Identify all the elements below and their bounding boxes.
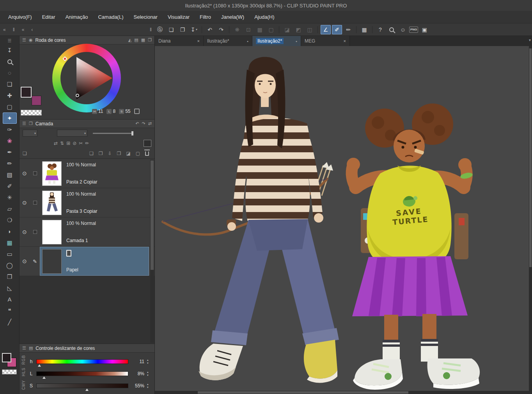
new-file-button[interactable]: ❏ <box>166 25 176 34</box>
vertical-scroll-thumb[interactable] <box>529 48 532 267</box>
dock-handle-right-icon[interactable]: ‖ <box>150 27 152 32</box>
slider-marker-s[interactable] <box>85 389 89 391</box>
frame-tool[interactable]: ▭ <box>3 248 17 260</box>
layer-select-checkbox[interactable] <box>33 230 37 234</box>
tab-overflow-icon[interactable]: ▾ <box>529 38 531 42</box>
menu-item-selecionar[interactable]: Selecionar <box>129 11 163 23</box>
fill-tool[interactable]: ◗ <box>3 226 17 237</box>
slider-panel-menu-icon[interactable]: ☰ <box>22 346 26 350</box>
transfer-down-icon[interactable]: ❐ <box>117 151 121 156</box>
layer-thumbnail[interactable] <box>42 191 62 215</box>
pencil-tool[interactable]: ✏ <box>3 158 17 169</box>
subtool-dock-tool[interactable]: ↧ <box>3 45 17 56</box>
layer-undo-icon[interactable]: ↶ <box>135 121 139 126</box>
color-mode-hls[interactable]: HLS <box>21 367 26 376</box>
menu-item-janela-w[interactable]: Janela(W) <box>216 11 249 23</box>
layer-mask-icon[interactable]: ⇄ <box>54 141 58 146</box>
approx-color-tab-icon[interactable]: ◭ <box>128 38 131 42</box>
layer-thumbnail[interactable] <box>42 249 62 274</box>
color-history-tab-icon[interactable]: ❐ <box>148 38 152 42</box>
marker-tool[interactable]: ✐ <box>3 180 17 192</box>
color-mode-rgb[interactable]: RGB <box>21 355 26 365</box>
document-tab-meg[interactable]: MEG× <box>301 36 350 46</box>
layer-row[interactable]: ⊙100 % NormalPasta 3 Copiar <box>20 188 154 218</box>
primary-color-swatch[interactable] <box>21 87 32 98</box>
account-button[interactable]: ☺ <box>398 25 408 34</box>
operation-tool[interactable]: ❏ <box>3 78 17 90</box>
dock-handle-icon[interactable]: ‖ <box>13 27 15 32</box>
layer-transfer-icon[interactable]: ⇄ <box>148 121 152 126</box>
eraser-tool[interactable]: ▱ <box>3 203 17 214</box>
layer-expression-select[interactable]: ▾ <box>57 130 87 137</box>
new-vector-layer-icon[interactable]: ❐ <box>99 151 103 156</box>
dock-collapse-left-icon[interactable]: « <box>3 27 6 32</box>
layer-row-main[interactable]: 100 % NormalCamada 1 <box>40 218 149 246</box>
layer-row[interactable]: ⊙100 % NormalPasta 2 Copiar <box>20 159 154 188</box>
menu-item-anima-o[interactable]: Animação <box>60 11 93 23</box>
color-display-toggle-icon[interactable] <box>134 109 140 114</box>
document-tab-diana[interactable]: Diana× <box>155 36 204 46</box>
sv-triangle[interactable] <box>52 44 121 112</box>
airbrush-tool[interactable]: ✳ <box>3 192 17 203</box>
lock-layer-icon[interactable]: ⊞ <box>66 141 70 146</box>
layer-visibility-icon[interactable]: ⊙ <box>22 170 27 176</box>
delete-layer-icon[interactable] <box>145 150 149 157</box>
horizontal-scroll-thumb[interactable] <box>198 391 408 394</box>
menu-item-editar[interactable]: Editar <box>37 11 60 23</box>
line-tool[interactable]: ╱ <box>3 316 17 328</box>
toolstrip-transparent-swatch[interactable] <box>2 369 17 374</box>
search-button[interactable] <box>387 25 397 34</box>
dock-collapse-left-2-icon[interactable]: « <box>22 27 25 32</box>
layer-select-checkbox[interactable] <box>33 201 37 205</box>
slider-spinner-h[interactable]: ▴▾ <box>147 358 149 364</box>
mask-icon[interactable]: ▢ <box>136 151 140 156</box>
gradient-tool[interactable]: ▦ <box>3 237 17 248</box>
canvas[interactable]: SAVE TURTLE <box>155 46 532 394</box>
canvas-horizontal-scrollbar[interactable] <box>155 391 529 394</box>
layer-visibility-icon[interactable]: ⊙ <box>22 229 27 235</box>
document-tab-ilustra-o2[interactable]: Ilustração2*● <box>252 36 301 46</box>
layer-row-main[interactable]: 100 % NormalPasta 3 Copiar <box>40 188 149 217</box>
ruler-tool[interactable]: ◺ <box>3 282 17 294</box>
text-tool[interactable]: A <box>3 294 17 305</box>
tab-close-icon[interactable]: × <box>197 39 200 43</box>
reference-layer-icon[interactable]: ✏ <box>85 141 89 146</box>
pattern-tool[interactable]: ▧ <box>3 169 17 180</box>
layer-visibility-icon[interactable]: ⊙ <box>22 200 27 206</box>
canvas-vertical-scrollbar[interactable] <box>529 46 532 391</box>
layer-visibility-icon[interactable]: ⊙ <box>22 258 27 264</box>
layer-row-main[interactable]: Papel <box>40 247 149 276</box>
layer-thumbnail[interactable] <box>42 220 62 244</box>
layer-copy-tool[interactable]: ❐ <box>3 271 17 282</box>
layer-row[interactable]: ⊙✎Papel <box>20 247 154 276</box>
new-folder-icon[interactable]: ⇩ <box>108 151 112 156</box>
menu-item-camada-l[interactable]: Camada(L) <box>93 11 128 23</box>
dock-arrow-icon[interactable]: ‹ <box>31 27 33 32</box>
document-tab-ilustra-o[interactable]: Ilustração*● <box>204 36 252 46</box>
color-set-tab-icon[interactable]: ▦ <box>141 38 145 42</box>
decoration-tool[interactable]: ❀ <box>3 135 17 146</box>
lasso-tool[interactable]: ▢ <box>3 101 17 112</box>
figure-tool[interactable]: ◯ <box>3 260 17 271</box>
strip-menu-icon[interactable]: ☰ <box>3 37 17 45</box>
menu-item-arquivo-f[interactable]: Arquivo(F) <box>3 11 37 23</box>
transparent-color-swatch[interactable] <box>21 110 42 116</box>
redo-button[interactable]: ↷ <box>216 25 226 34</box>
pen-tool[interactable]: ✒ <box>3 146 17 158</box>
layer-order-icon[interactable]: ⇅ <box>60 141 64 146</box>
layer-select-checkbox[interactable] <box>33 171 37 175</box>
slider-track-h[interactable] <box>36 359 128 364</box>
slider-track-l[interactable] <box>36 371 128 376</box>
magic-wand-tool[interactable]: ✦ <box>3 112 17 124</box>
zoom-tool[interactable] <box>3 56 17 67</box>
png-export-button[interactable]: PNG <box>409 27 418 33</box>
color-panel-menu-icon[interactable]: ☰ <box>22 38 26 42</box>
menu-item-filtro[interactable]: Filtro <box>195 11 216 23</box>
menu-item-visualizar[interactable]: Visualizar <box>163 11 195 23</box>
snap-ruler-button[interactable]: ∠ <box>321 25 331 34</box>
blend-tool[interactable]: ❍ <box>3 214 17 226</box>
layer-opacity-slider[interactable] <box>93 133 133 134</box>
slider-marker-h[interactable] <box>38 364 41 367</box>
save-file-button[interactable]: ↧▾ <box>189 25 199 34</box>
undo-button[interactable]: ↶ <box>205 25 215 34</box>
